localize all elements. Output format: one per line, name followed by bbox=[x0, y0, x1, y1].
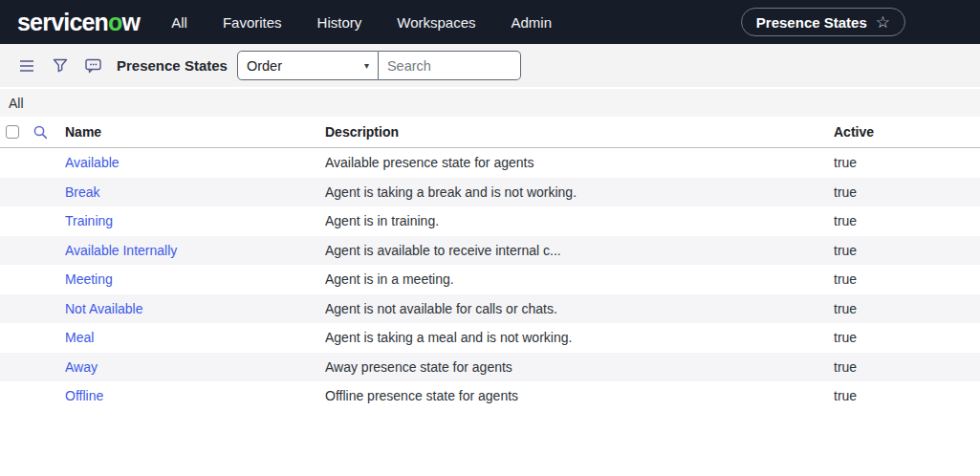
nav-item-workspaces[interactable]: Workspaces bbox=[397, 14, 475, 31]
row-description: Agent is in a meeting. bbox=[325, 271, 834, 287]
row-name-link[interactable]: Available Internally bbox=[65, 243, 177, 258]
row-name-cell: Offline bbox=[65, 388, 325, 403]
row-gutter bbox=[0, 323, 65, 353]
main-nav: All Favorites History Workspaces Admin bbox=[171, 14, 552, 31]
logo-green-o-icon: o bbox=[108, 9, 121, 35]
table-row: AvailableAvailable presence state for ag… bbox=[0, 148, 980, 178]
row-name-link[interactable]: Break bbox=[65, 184, 100, 200]
row-name-cell: Training bbox=[65, 213, 325, 228]
row-description: Offline presence state for agents bbox=[325, 388, 834, 403]
row-description: Available presence state for agents bbox=[325, 155, 834, 170]
presence-states-table: Name Description Active AvailableAvailab… bbox=[0, 117, 980, 411]
row-name-cell: Available bbox=[65, 155, 325, 170]
table-row: TrainingAgent is in training.true bbox=[0, 206, 980, 236]
row-active-value: true bbox=[834, 213, 980, 228]
nav-item-favorites[interactable]: Favorites bbox=[223, 14, 282, 31]
column-search-icon[interactable] bbox=[33, 124, 49, 141]
table-row: MealAgent is taking a meal and is not wo… bbox=[0, 323, 980, 353]
row-description: Agent is available to receive internal c… bbox=[325, 243, 834, 258]
table-row: Not AvailableAgent is not available for … bbox=[0, 294, 980, 324]
top-navbar: servicenow All Favorites History Workspa… bbox=[0, 0, 980, 44]
chevron-down-icon: ▾ bbox=[364, 60, 369, 71]
row-name-link[interactable]: Away bbox=[65, 359, 98, 375]
row-name-link[interactable]: Available bbox=[65, 155, 120, 170]
nav-item-admin[interactable]: Admin bbox=[512, 14, 553, 31]
row-gutter bbox=[0, 353, 65, 382]
row-name-cell: Away bbox=[65, 359, 325, 375]
row-active-value: true bbox=[834, 330, 980, 345]
table-header-row: Name Description Active bbox=[0, 117, 980, 148]
row-active-value: true bbox=[834, 155, 980, 170]
list-menu-icon[interactable] bbox=[10, 59, 43, 73]
table-row: Available InternallyAgent is available t… bbox=[0, 236, 980, 266]
row-active-value: true bbox=[834, 184, 980, 200]
comments-icon[interactable] bbox=[76, 58, 110, 74]
search-field-select-value: Order bbox=[247, 58, 282, 74]
breadcrumb: All bbox=[0, 89, 980, 117]
table-header-gutter bbox=[0, 117, 65, 147]
column-header-description[interactable]: Description bbox=[325, 124, 834, 140]
row-gutter bbox=[0, 265, 65, 294]
row-active-value: true bbox=[834, 301, 980, 316]
breadcrumb-all[interactable]: All bbox=[9, 96, 24, 111]
table-row: BreakAgent is taking a break and is not … bbox=[0, 178, 980, 207]
row-name-cell: Meeting bbox=[65, 271, 325, 287]
list-search-input[interactable] bbox=[379, 51, 521, 80]
row-gutter bbox=[0, 148, 65, 178]
table-body: AvailableAvailable presence state for ag… bbox=[0, 148, 980, 411]
row-description: Agent is taking a break and is not worki… bbox=[325, 184, 834, 200]
row-gutter bbox=[0, 294, 65, 324]
search-field-select[interactable]: Order ▾ bbox=[237, 51, 379, 80]
pill-label: Presence States bbox=[756, 14, 867, 31]
row-name-cell: Available Internally bbox=[65, 243, 325, 258]
column-header-active[interactable]: Active bbox=[834, 124, 980, 140]
row-name-link[interactable]: Not Available bbox=[65, 301, 142, 316]
table-row: AwayAway presence state for agentstrue bbox=[0, 353, 980, 382]
row-active-value: true bbox=[834, 271, 980, 287]
presence-states-pill-button[interactable]: Presence States ☆ bbox=[741, 8, 905, 36]
select-all-checkbox[interactable] bbox=[6, 125, 19, 139]
row-name-link[interactable]: Meal bbox=[65, 330, 94, 345]
row-name-link[interactable]: Training bbox=[65, 213, 113, 228]
row-active-value: true bbox=[834, 388, 980, 403]
column-header-name[interactable]: Name bbox=[65, 124, 325, 140]
list-toolbar: Presence States Order ▾ bbox=[0, 44, 980, 89]
list-title: Presence States bbox=[117, 57, 228, 74]
row-active-value: true bbox=[834, 359, 980, 375]
favorite-star-icon[interactable]: ☆ bbox=[876, 14, 890, 31]
table-row: MeetingAgent is in a meeting.true bbox=[0, 265, 980, 294]
row-gutter bbox=[0, 178, 65, 207]
servicenow-logo[interactable]: servicenow bbox=[17, 9, 140, 36]
filter-icon[interactable] bbox=[43, 58, 76, 73]
nav-item-history[interactable]: History bbox=[317, 14, 362, 31]
table-row: OfflineOffline presence state for agents… bbox=[0, 381, 980, 411]
row-name-cell: Not Available bbox=[65, 301, 325, 316]
row-name-link[interactable]: Meeting bbox=[65, 271, 113, 287]
nav-item-all[interactable]: All bbox=[171, 14, 187, 31]
row-name-link[interactable]: Offline bbox=[65, 388, 103, 403]
logo-text-end: w bbox=[122, 9, 141, 35]
row-description: Agent is taking a meal and is not workin… bbox=[325, 330, 834, 345]
row-gutter bbox=[0, 381, 65, 411]
row-gutter bbox=[0, 206, 65, 236]
row-active-value: true bbox=[834, 243, 980, 258]
row-gutter bbox=[0, 236, 65, 266]
row-name-cell: Meal bbox=[65, 330, 325, 345]
row-description: Agent is not available for calls or chat… bbox=[325, 301, 834, 316]
row-name-cell: Break bbox=[65, 184, 325, 200]
row-description: Agent is in training. bbox=[325, 213, 834, 228]
search-combo: Order ▾ bbox=[237, 51, 521, 80]
row-description: Away presence state for agents bbox=[325, 359, 834, 375]
logo-text: servicen bbox=[17, 9, 108, 35]
